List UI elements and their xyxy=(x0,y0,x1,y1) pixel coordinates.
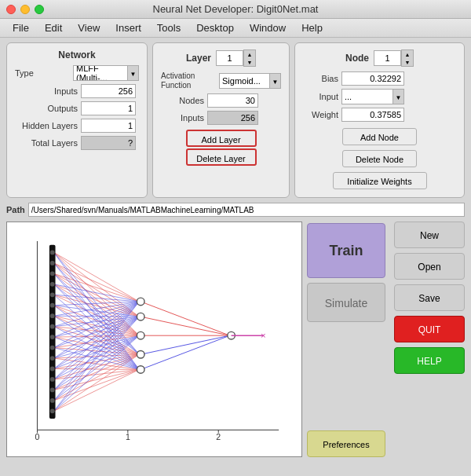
titlebar: Neural Net Developer: Digit0Net.mat xyxy=(0,0,471,19)
weight-value[interactable] xyxy=(341,108,404,122)
svg-point-106 xyxy=(50,377,55,382)
minimize-button[interactable] xyxy=(20,5,30,14)
bias-value[interactable] xyxy=(341,71,404,86)
help-button[interactable]: HELP xyxy=(394,347,465,374)
path-input[interactable] xyxy=(28,203,465,217)
svg-point-110 xyxy=(137,298,144,306)
hidden-layers-value[interactable] xyxy=(81,119,136,133)
window-controls[interactable] xyxy=(6,5,44,14)
neural-net-visualization: 0 1 2 xyxy=(7,222,301,456)
svg-text:2: 2 xyxy=(216,432,221,441)
svg-point-98 xyxy=(50,292,55,297)
menu-desktop[interactable]: Desktop xyxy=(190,20,240,35)
activation-label: ActivationFunction xyxy=(161,71,216,90)
layer-nodes-value[interactable] xyxy=(207,93,258,108)
svg-point-99 xyxy=(50,303,55,308)
layer-spinner-down[interactable]: ▼ xyxy=(244,58,255,66)
save-button[interactable]: Save xyxy=(394,284,465,311)
close-button[interactable] xyxy=(6,5,16,14)
menu-view[interactable]: View xyxy=(71,20,106,35)
layer-num-input[interactable] xyxy=(216,50,243,66)
delete-layer-button[interactable]: Delete Layer xyxy=(186,148,257,166)
new-button[interactable]: New xyxy=(394,222,465,248)
svg-point-111 xyxy=(137,313,144,320)
svg-point-100 xyxy=(50,313,55,318)
panels-row: Network Type MLFF (Multi-... ▼ Inputs Ou… xyxy=(6,42,465,198)
inputs-value[interactable] xyxy=(81,84,136,98)
quit-button[interactable]: QUIT xyxy=(394,316,465,342)
layer-spinner-buttons[interactable]: ▲ ▼ xyxy=(243,49,256,67)
node-spinner-down[interactable]: ▼ xyxy=(402,58,413,66)
node-num-input[interactable] xyxy=(374,50,401,66)
node-input-row: Input ... ▼ xyxy=(303,89,456,104)
type-value: MLFF (Multi-... xyxy=(76,65,126,81)
bottom-section: 0 1 2 xyxy=(6,222,465,457)
total-layers-value: ? xyxy=(81,136,136,150)
menu-window[interactable]: Window xyxy=(243,20,292,35)
outputs-row: Outputs xyxy=(15,101,139,115)
menu-insert[interactable]: Insert xyxy=(109,20,148,35)
maximize-button[interactable] xyxy=(35,5,44,14)
svg-point-96 xyxy=(50,271,55,276)
svg-point-94 xyxy=(50,251,55,255)
activation-select[interactable]: Sigmoid... ▼ xyxy=(219,73,281,89)
node-input-select[interactable]: ... ▼ xyxy=(341,89,404,104)
layer-inputs-label: Inputs xyxy=(161,113,204,123)
activation-select-arrow: ▼ xyxy=(269,74,280,89)
svg-point-104 xyxy=(50,356,55,361)
svg-point-101 xyxy=(50,324,55,329)
network-panel: Network Type MLFF (Multi-... ▼ Inputs Ou… xyxy=(6,42,148,198)
layer-panel: Layer ▲ ▼ ActivationFunction Sigmoid... … xyxy=(152,42,290,198)
path-label: Path xyxy=(6,205,25,214)
svg-point-109 xyxy=(50,408,55,413)
train-button[interactable]: Train xyxy=(307,223,385,278)
layer-panel-title: Layer xyxy=(186,53,211,64)
main-content: Network Type MLFF (Multi-... ▼ Inputs Ou… xyxy=(0,38,471,462)
init-weights-button[interactable]: Initialize Weights xyxy=(333,172,427,189)
svg-point-103 xyxy=(50,346,55,350)
layer-spinner-up[interactable]: ▲ xyxy=(244,50,255,58)
svg-point-102 xyxy=(50,335,55,339)
menu-help[interactable]: Help xyxy=(295,20,329,35)
add-layer-button[interactable]: Add Layer xyxy=(186,130,257,147)
path-bar: Path xyxy=(6,203,465,217)
type-label: Type xyxy=(15,68,70,78)
bias-row: Bias xyxy=(303,71,456,86)
menubar: File Edit View Insert Tools Desktop Wind… xyxy=(0,19,471,38)
layer-nodes-label: Nodes xyxy=(161,96,204,105)
svg-text:0: 0 xyxy=(35,432,40,441)
layer-inputs-row: Inputs 256 xyxy=(161,111,281,125)
node-spinner[interactable]: ▲ ▼ xyxy=(374,49,414,67)
svg-point-113 xyxy=(137,350,144,358)
menu-file[interactable]: File xyxy=(6,20,35,35)
svg-point-112 xyxy=(137,331,144,339)
activation-value: Sigmoid... xyxy=(222,76,261,86)
type-select[interactable]: MLFF (Multi-... ▼ xyxy=(73,65,139,81)
side-buttons: New Open Save QUIT HELP xyxy=(394,222,465,457)
network-panel-title: Network xyxy=(15,49,139,60)
svg-point-97 xyxy=(50,282,55,287)
network-type-row: Type MLFF (Multi-... ▼ xyxy=(15,65,139,81)
open-button[interactable]: Open xyxy=(394,253,465,280)
svg-point-95 xyxy=(50,261,55,265)
node-spinner-buttons[interactable]: ▲ ▼ xyxy=(401,49,414,67)
add-node-button[interactable]: Add Node xyxy=(342,128,417,145)
node-spinner-up[interactable]: ▲ xyxy=(402,50,413,58)
node-input-select-arrow: ▼ xyxy=(392,90,403,104)
total-layers-label: Total Layers xyxy=(15,138,78,148)
menu-edit[interactable]: Edit xyxy=(38,20,68,35)
svg-text:×: × xyxy=(261,331,266,340)
hidden-layers-row: Hidden Layers xyxy=(15,119,139,133)
delete-node-button[interactable]: Delete Node xyxy=(342,150,417,167)
layer-inputs-value: 256 xyxy=(207,111,258,125)
layer-spinner[interactable]: ▲ ▼ xyxy=(216,49,256,67)
simulate-button[interactable]: Simulate xyxy=(307,283,385,322)
preferences-button[interactable]: Preferences xyxy=(307,430,385,457)
svg-text:1: 1 xyxy=(126,432,130,441)
menu-tools[interactable]: Tools xyxy=(151,20,187,35)
outputs-value[interactable] xyxy=(81,101,136,115)
activation-row: ActivationFunction Sigmoid... ▼ xyxy=(161,71,281,90)
node-panel-title: Node xyxy=(345,53,369,64)
outputs-label: Outputs xyxy=(15,104,78,113)
inputs-row: Inputs xyxy=(15,84,139,98)
